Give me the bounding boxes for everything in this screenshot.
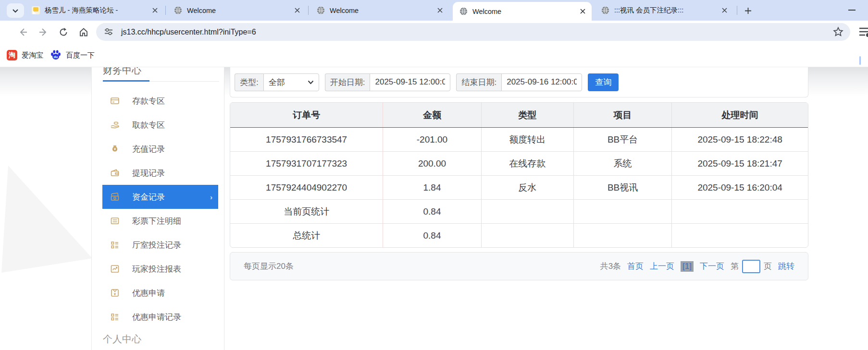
bookmark-baidu[interactable]: du 百度一下	[47, 48, 98, 63]
start-date-input[interactable]	[370, 73, 450, 91]
new-tab-button[interactable]	[742, 4, 754, 17]
globe-favicon	[317, 6, 325, 14]
type-select[interactable]: 全部	[263, 73, 319, 91]
page-jump-group: 第 页	[731, 260, 772, 273]
home-button[interactable]	[77, 25, 90, 39]
chevron-right-icon: ›	[210, 193, 212, 201]
select-chevron-icon	[308, 80, 314, 84]
wallet-icon	[110, 168, 120, 178]
type-cell	[481, 200, 573, 223]
sidebar-item-promo-apply[interactable]: ¥ 优惠申请	[102, 281, 218, 305]
table-row: 1757931766733547 -201.00 额度转出 BB平台 2025-…	[230, 128, 808, 152]
type-cell	[481, 224, 573, 248]
tab-bet-records[interactable]: :::视讯 会员下注纪录:::	[595, 0, 733, 21]
column-header: 订单号	[230, 103, 383, 127]
sidebar-item-recharge-records[interactable]: ¥ 充值记录	[102, 137, 218, 161]
order-id-cell: 1757931766733547	[230, 128, 383, 151]
sidebar: 财务中心 存款专区 取款专区 ¥ 充值记录 提现记录 资金记录	[91, 67, 224, 350]
bookmark-star-icon[interactable]	[833, 26, 843, 37]
back-arrow-icon	[18, 27, 28, 37]
tab-search-button[interactable]	[7, 3, 24, 18]
amount-cell: 200.00	[383, 152, 481, 175]
amount-cell: 1.84	[383, 176, 481, 199]
tab-divider	[165, 6, 166, 15]
sidebar-active-underline	[103, 80, 149, 82]
end-date-group: 结束日期:	[456, 73, 582, 91]
sidebar-item-fund-records[interactable]: 资金记录 ›	[102, 185, 218, 209]
sidebar-item-withdraw-zone[interactable]: 取款专区	[102, 113, 218, 137]
table-row: 1757924404902270 1.84 反水 BB视讯 2025-09-15…	[230, 176, 808, 200]
tab-strip: 杨雪儿 - 海燕策略论坛 - Welcome Welcome Welcome	[0, 0, 868, 21]
jump-link[interactable]: 跳转	[778, 261, 794, 272]
prev-page-link[interactable]: 上一页	[650, 261, 674, 272]
svg-text:du: du	[54, 55, 58, 59]
next-page-link[interactable]: 下一页	[700, 261, 724, 272]
sidebar-item-room-bet-records[interactable]: 厅室投注记录	[102, 233, 218, 257]
grid-list-icon	[110, 312, 120, 322]
window-minimize-button[interactable]	[848, 10, 856, 11]
site-info-icon[interactable]	[104, 27, 113, 36]
sidebar-item-label: 优惠申请	[132, 288, 165, 299]
type-cell: 在线存款	[481, 152, 573, 175]
sidebar-item-label: 优惠申请记录	[132, 312, 181, 323]
taobao-icon: 淘	[7, 50, 17, 60]
sidebar-item-label: 提现记录	[132, 168, 165, 179]
type-filter-group: 类型: 全部	[235, 73, 319, 91]
table-row: 1757931707177323 200.00 在线存款 系统 2025-09-…	[230, 152, 808, 176]
query-button[interactable]: 查询	[588, 73, 619, 91]
globe-favicon	[459, 7, 468, 15]
tab-close-icon[interactable]	[435, 6, 444, 15]
gift-icon: ¥	[110, 288, 120, 298]
pagination-controls: 共3条 首页 上一页 [1] 下一页 第 页 跳转	[600, 260, 794, 273]
home-icon	[79, 27, 88, 37]
page-number-input[interactable]	[742, 260, 760, 273]
sidebar-item-lottery-bet-detail[interactable]: 彩票下注明细	[102, 209, 218, 233]
project-cell: BB平台	[573, 128, 671, 151]
sidebar-item-player-bet-report[interactable]: 玩家投注报表	[102, 257, 218, 281]
reading-list-icon[interactable]	[858, 26, 868, 38]
type-cell: 反水	[481, 176, 573, 199]
tab-close-icon[interactable]	[578, 7, 587, 16]
browser-toolbar: js13.cc/hhcp/usercenter.html?iniType=6	[0, 21, 868, 43]
address-bar[interactable]: js13.cc/hhcp/usercenter.html?iniType=6	[96, 23, 850, 41]
tab-close-icon[interactable]	[150, 6, 159, 15]
grid-list-icon	[110, 240, 120, 250]
baidu-paw-icon: du	[50, 49, 62, 61]
end-date-input[interactable]	[501, 73, 582, 91]
url-text[interactable]: js13.cc/hhcp/usercenter.html?iniType=6	[121, 28, 256, 36]
amount-cell: -201.00	[383, 128, 481, 151]
table-header-row: 订单号 金额 类型 项目 处理时间	[230, 103, 808, 128]
reload-button[interactable]	[57, 25, 70, 39]
forward-button[interactable]	[37, 25, 50, 39]
fund-records-table: 订单号 金额 类型 项目 处理时间 1757931766733547 -201.…	[230, 102, 808, 248]
project-cell	[573, 200, 671, 223]
per-page-text: 每页显示20条	[244, 261, 294, 272]
tab-divider	[308, 6, 309, 15]
time-cell: 2025-09-15 18:22:48	[671, 128, 808, 151]
bookmark-taobao[interactable]: 淘 爱淘宝	[4, 48, 46, 63]
sidebar-item-promo-apply-records[interactable]: 优惠申请记录	[102, 305, 218, 329]
sidebar-item-label: 充值记录	[132, 144, 165, 155]
column-header: 金额	[383, 103, 481, 127]
tab-welcome-2[interactable]: Welcome	[310, 0, 449, 21]
tab-forum[interactable]: 杨雪儿 - 海燕策略论坛 -	[25, 0, 164, 21]
page-viewport: 财务中心 存款专区 取款专区 ¥ 充值记录 提现记录 资金记录	[0, 67, 868, 350]
sidebar-item-label: 资金记录	[132, 192, 165, 203]
back-button[interactable]	[16, 25, 30, 39]
bookmarks-scroll-indicator	[859, 56, 861, 65]
subtotal-label-cell: 当前页统计	[230, 200, 383, 223]
tab-close-icon[interactable]	[293, 6, 301, 15]
sidebar-item-deposit-zone[interactable]: 存款专区	[102, 89, 218, 113]
tab-welcome-active[interactable]: Welcome	[453, 2, 592, 21]
pagination-bar: 每页显示20条 共3条 首页 上一页 [1] 下一页 第 页 跳转	[230, 252, 808, 280]
page-prefix-text: 第	[731, 261, 739, 272]
column-header: 处理时间	[671, 103, 808, 127]
tab-title: :::视讯 会员下注纪录:::	[614, 6, 720, 15]
first-page-link[interactable]: 首页	[627, 261, 644, 272]
tab-welcome-1[interactable]: Welcome	[167, 0, 306, 21]
tab-close-icon[interactable]	[720, 6, 729, 15]
globe-favicon	[601, 6, 609, 14]
order-id-cell: 1757931707177323	[230, 152, 383, 175]
sidebar-item-withdrawal-records[interactable]: 提现记录	[102, 161, 218, 185]
current-page-badge: [1]	[681, 261, 694, 272]
